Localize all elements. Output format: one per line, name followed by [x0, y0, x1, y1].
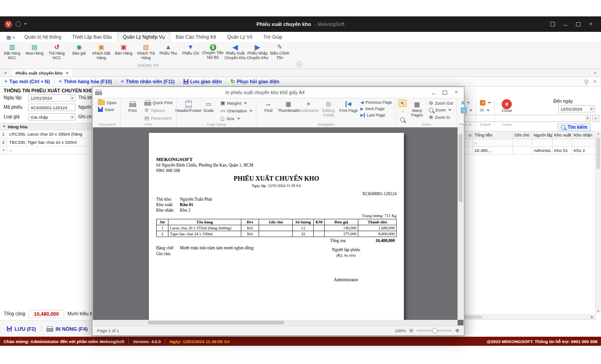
fullscreen-button[interactable]: [547, 20, 558, 28]
page-color-button[interactable]: [459, 107, 474, 114]
filter-cell[interactable]: [572, 139, 596, 147]
column-header-nguoi-lap[interactable]: Người lập: [532, 131, 553, 139]
column-header-kho-xuat[interactable]: Kho xuất: [553, 131, 572, 139]
hand-tool-button[interactable]: [398, 108, 407, 115]
header-footer-button[interactable]: Header/Footer: [179, 100, 198, 113]
preview-surface[interactable]: MEKONGSOFT 64 Nguyễn Đình Chiểu, Phường …: [93, 127, 463, 325]
ribbon-button-tra-hang-ncc[interactable]: Trả Hàng NCC: [46, 42, 68, 61]
chevron-down-icon[interactable]: [589, 106, 594, 111]
tabstrip-right-close-button[interactable]: [589, 69, 601, 76]
ribbon-dialog-launcher[interactable]: [296, 61, 302, 67]
minimize-button[interactable]: [560, 20, 571, 28]
zoom-button[interactable]: Zoom: [428, 107, 454, 113]
ribbon-button-chuyen-tien-noi-bo[interactable]: Chuyển Tiền Nội Bộ: [202, 42, 224, 61]
next-page-button[interactable]: Next Page: [359, 106, 393, 111]
scrollbar-thumb[interactable]: [148, 321, 284, 324]
preview-vertical-scrollbar[interactable]: [458, 127, 463, 320]
column-header-kho-nhan[interactable]: Kho nhận: [572, 131, 596, 139]
ribbon-button-ban-hang[interactable]: Bán Hàng: [112, 42, 135, 61]
hot-print-button[interactable]: IN NÓNG (F4): [42, 324, 92, 334]
send-email-button[interactable]: [479, 107, 492, 114]
parameters-button[interactable]: Parameters: [143, 115, 174, 121]
ribbon-button-mua-hang[interactable]: Mua Hàng: [23, 42, 46, 61]
filter-cell[interactable]: [513, 139, 532, 147]
quick-print-button[interactable]: Quick Print: [143, 100, 174, 106]
zoom-out-button[interactable]: [409, 328, 413, 334]
restore-layout-button[interactable]: Phục hồi giao diện: [226, 78, 283, 85]
thumbnails-button[interactable]: Thumbnails: [279, 100, 298, 113]
save-layout-button[interactable]: Lưu giao diện: [179, 79, 226, 84]
ribbon-button-phieu-nhap-chuyen-kho[interactable]: Phiếu Nhập Chuyển Kho: [246, 42, 269, 61]
dialog-close-button[interactable]: [451, 89, 461, 96]
scroll-right-icon[interactable]: [590, 315, 595, 319]
new-button[interactable]: Tạo mới (Ctrl + N): [0, 79, 54, 84]
zoom-in-button[interactable]: [455, 328, 459, 334]
close-preview-button[interactable]: Close: [497, 100, 516, 113]
size-button[interactable]: Size: [219, 115, 254, 122]
save-button[interactable]: Save: [97, 106, 118, 112]
code-input[interactable]: XCK00001-120124: [28, 104, 76, 111]
panel-close-icon[interactable]: [594, 79, 596, 84]
vertical-scrollbar[interactable]: [595, 131, 601, 314]
first-page-button[interactable]: First Page: [339, 100, 358, 113]
tab-phieu-xuat-chuyen-kho[interactable]: Phiếu xuất chuyển kho: [11, 69, 73, 76]
find-button[interactable]: Find: [259, 100, 278, 113]
pointer-tool-button[interactable]: [398, 100, 407, 107]
zoom-slider[interactable]: [417, 330, 452, 331]
ribbon-tab-bao-cao-thong-ke[interactable]: Báo Cáo Thống Kê: [170, 32, 222, 42]
dialog-maximize-button[interactable]: [440, 89, 450, 96]
date-picker[interactable]: 12/01/2024: [28, 94, 76, 101]
to-date-picker[interactable]: 12/01/2024: [558, 105, 595, 112]
ribbon-button-phieu-chi[interactable]: Phiếu Chi: [179, 42, 202, 61]
ribbon-tab-quan-ly-vo[interactable]: Quản Lý Vỏ: [222, 32, 258, 42]
editing-fields-button[interactable]: Editing Fields: [319, 100, 338, 118]
pin-icon[interactable]: [585, 80, 588, 83]
ribbon-button-phieu-thu[interactable]: Phiếu Thu: [157, 42, 179, 61]
ribbon-tab-quan-ly-nghiep-vu[interactable]: Quản Lý Nghiệp Vụ: [117, 32, 170, 42]
column-header-tong-tien[interactable]: Tổng tiền: [473, 131, 513, 139]
open-button[interactable]: Open: [97, 100, 118, 106]
save-button[interactable]: LƯU (F2): [3, 324, 40, 334]
ribbon-gallery-button[interactable]: ▦: [3, 33, 19, 42]
last-page-button[interactable]: Last Page: [359, 112, 393, 118]
ribbon-button-dat-hang-ncc[interactable]: Đặt Hàng NCC: [1, 42, 23, 61]
filter-cell[interactable]: [553, 139, 572, 147]
dialog-minimize-button[interactable]: [428, 89, 438, 96]
ribbon-button-khach-tra-hang[interactable]: Khách Trả Hàng: [135, 42, 157, 61]
column-header-ghi-chu[interactable]: Ghi chú: [513, 131, 532, 139]
add-employee-button[interactable]: Thêm nhân viên (F11): [117, 79, 179, 84]
bookmarks-button[interactable]: Bookmarks: [299, 100, 318, 113]
close-button[interactable]: [586, 20, 596, 28]
collapse-panel-button[interactable]: [592, 115, 599, 122]
scroll-down-icon[interactable]: [596, 308, 601, 314]
scroll-up-icon[interactable]: [596, 131, 601, 136]
filter-cell[interactable]: [532, 139, 553, 147]
ribbon-button-khach-dat-hang[interactable]: Khách Đặt Hàng: [90, 42, 112, 61]
print-button[interactable]: Print: [123, 100, 142, 113]
margins-button[interactable]: Margins: [219, 100, 254, 106]
zoom-out-button[interactable]: Zoom Out: [428, 100, 454, 106]
ribbon-tab-quan-tri-he-thong[interactable]: Quản trị hệ thống: [19, 32, 66, 42]
watermark-button[interactable]: [459, 100, 474, 106]
chevron-down-icon[interactable]: [70, 114, 75, 120]
chevron-down-icon[interactable]: [585, 116, 590, 121]
price-type-select[interactable]: Giá nhập: [28, 113, 76, 121]
zoom-slider-thumb[interactable]: [432, 328, 438, 334]
options-button[interactable]: Options: [143, 107, 174, 114]
tab-close-icon[interactable]: [66, 70, 68, 76]
chevron-down-icon[interactable]: [70, 95, 75, 101]
ribbon-tab-thiet-lap-ban-dau[interactable]: Thiết Lập Ban Đầu: [67, 32, 118, 42]
ribbon-button-dieu-chinh-ton[interactable]: Điều Chỉnh Tồn: [269, 42, 291, 61]
quick-access-dropdown-icon[interactable]: [24, 23, 27, 25]
previous-page-button[interactable]: Previous Page: [359, 100, 393, 105]
ribbon-tab-tro-giup[interactable]: Trợ Giúp: [258, 32, 288, 42]
scrollbar-thumb[interactable]: [458, 134, 463, 202]
scale-button[interactable]: Scale: [199, 100, 218, 113]
orientation-button[interactable]: Orientation: [219, 107, 254, 114]
preview-horizontal-scrollbar[interactable]: [93, 320, 458, 325]
zoom-in-button[interactable]: Zoom In: [428, 114, 454, 121]
add-goods-button[interactable]: Thêm hàng hóa (F10): [54, 79, 116, 84]
ribbon-button-phieu-xuat-chuyen-kho[interactable]: Phiếu Xuất Chuyển Kho: [224, 42, 246, 61]
export-document-button[interactable]: [479, 100, 492, 106]
maximize-button[interactable]: [573, 20, 584, 28]
